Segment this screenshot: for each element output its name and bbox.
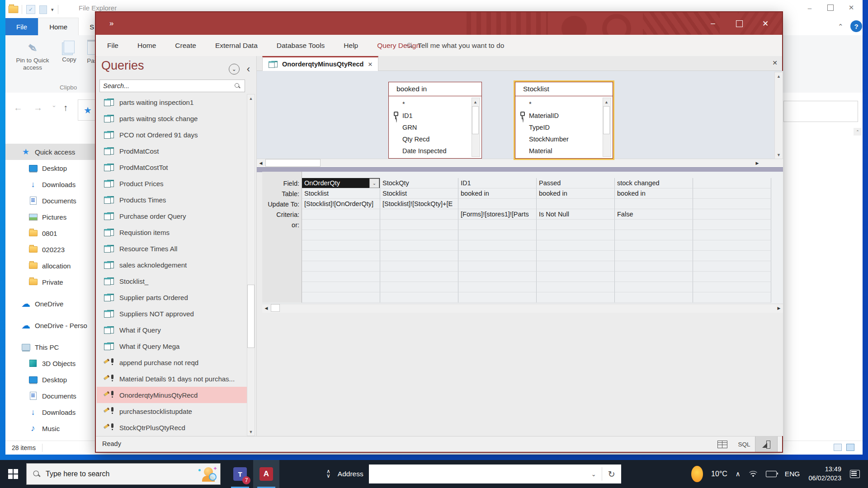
chevrons-more-icon[interactable]: »: [109, 19, 114, 28]
scroll-thumb[interactable]: [603, 106, 610, 134]
scroll-down-icon[interactable]: ▼: [247, 428, 255, 436]
query-list-item[interactable]: ProdMatCostTot: [97, 159, 247, 175]
file-list-area[interactable]: [783, 127, 863, 441]
sidebar-item-quick-access[interactable]: ★Quick access: [5, 144, 95, 160]
scroll-left-icon[interactable]: ◀: [262, 304, 270, 312]
grid-cell-field[interactable]: ID1: [458, 178, 537, 188]
grid-cell-update_to[interactable]: [615, 199, 693, 209]
back-button[interactable]: ←: [14, 103, 23, 113]
datasheet-view-button[interactable]: [712, 436, 733, 452]
field-row[interactable]: *: [389, 98, 481, 110]
grid-cell-table[interactable]: booked in: [458, 188, 537, 199]
grid-cell-or[interactable]: [302, 220, 380, 230]
grid-cell-blank[interactable]: [537, 251, 615, 261]
toolbar-chevrons[interactable]: ∧ ∨: [326, 469, 330, 478]
grid-cell-table[interactable]: [693, 188, 771, 199]
up-button[interactable]: ↑: [63, 103, 68, 113]
ribbon-tab-database-tools[interactable]: Database Tools: [267, 42, 335, 50]
ribbon-collapse-icon[interactable]: ⌃: [838, 23, 844, 31]
search-icon[interactable]: [235, 83, 240, 89]
sidebar-item-private[interactable]: Private: [5, 274, 95, 290]
field-row[interactable]: Qty Recd: [389, 133, 481, 145]
forward-button[interactable]: →: [33, 103, 42, 113]
grid-cell-criteria[interactable]: [Forms]![stores1]![Parts: [458, 209, 537, 220]
sidebar-item-allocation[interactable]: allocation: [5, 258, 95, 274]
grid-cell-criteria[interactable]: Is Not Null: [537, 209, 615, 220]
sidebar-item-desktop[interactable]: Desktop: [5, 371, 95, 388]
start-button[interactable]: [0, 460, 26, 488]
grid-cell-or[interactable]: [693, 220, 771, 230]
grid-cell-blank[interactable]: [458, 282, 537, 292]
grid-cell-blank[interactable]: [537, 261, 615, 272]
battery-icon[interactable]: [762, 460, 781, 488]
grid-cell-update_to[interactable]: [537, 199, 615, 209]
explorer-tab-home[interactable]: Home: [38, 18, 79, 35]
field-row[interactable]: GRN: [389, 122, 481, 133]
sidebar-item-this-pc[interactable]: This PC: [5, 339, 95, 355]
copy-button[interactable]: Copy: [58, 40, 80, 64]
explorer-close-button[interactable]: ✕: [841, 1, 862, 14]
wifi-icon[interactable]: [745, 460, 762, 488]
query-list-item[interactable]: PCO not Ordered 91 days: [97, 127, 247, 143]
scroll-thumb[interactable]: [247, 285, 255, 348]
grid-cell-blank[interactable]: [458, 292, 537, 303]
access-maximize-button[interactable]: [726, 12, 752, 35]
grid-cell-blank[interactable]: [615, 230, 693, 240]
language-indicator[interactable]: ENG: [781, 460, 804, 488]
address-dropdown-icon[interactable]: ⌄: [586, 471, 602, 478]
grid-cell-blank[interactable]: [615, 251, 693, 261]
field-row[interactable]: StockNumber: [515, 133, 613, 145]
query-design-grid[interactable]: Field:Table:Update To:Criteria:or: ◀ ▶ O…: [262, 172, 783, 313]
sidebar-item-020223[interactable]: 020223: [5, 241, 95, 258]
qat-dropdown-icon[interactable]: ▾: [51, 7, 54, 13]
grid-cell-blank[interactable]: [458, 230, 537, 240]
query-design-table-pane[interactable]: ◀ ▶ ▲ ▼ booked in*ID1GRNQty RecdDate Ins…: [257, 71, 783, 167]
field-row[interactable]: Material: [515, 145, 613, 157]
grid-cell-or[interactable]: [615, 220, 693, 230]
table-box-Stocklist[interactable]: Stocklist*MaterialIDTypeIDStockNumberMat…: [515, 82, 613, 159]
grid-cell-criteria[interactable]: [693, 209, 771, 220]
grid-cell-blank[interactable]: [693, 292, 771, 303]
grid-cell-blank[interactable]: [537, 282, 615, 292]
recent-locations-chevron-icon[interactable]: ⌄: [52, 102, 57, 108]
grid-cell-criteria[interactable]: [380, 209, 458, 220]
query-list-item[interactable]: append purchase not reqd: [97, 354, 247, 371]
view-thumbnail-icon[interactable]: [846, 444, 854, 451]
grid-cell-blank[interactable]: [380, 292, 458, 303]
ribbon-tab-file[interactable]: File: [98, 42, 128, 50]
query-list-item[interactable]: Resource Times All: [97, 240, 247, 257]
grid-cell-blank[interactable]: [458, 240, 537, 251]
grid-cell-blank[interactable]: [693, 261, 771, 272]
sidebar-item-music[interactable]: ♪Music: [5, 420, 95, 436]
scroll-thumb[interactable]: [271, 304, 280, 312]
grid-cell-blank[interactable]: [615, 292, 693, 303]
query-list-item[interactable]: purchasestocklistupdate: [97, 403, 247, 419]
grid-cell-blank[interactable]: [380, 272, 458, 282]
notification-center-icon[interactable]: [846, 460, 868, 488]
query-list-item[interactable]: OnorderqtyMinusQtyRecd: [97, 387, 247, 403]
sidebar-item-desktop[interactable]: Desktop: [5, 160, 95, 176]
table-box-booked-in[interactable]: booked in*ID1GRNQty RecdDate Inspected▲: [388, 82, 482, 159]
grid-cell-table[interactable]: Stocklist: [380, 188, 458, 199]
taskbar-access-icon[interactable]: A: [253, 460, 279, 488]
grid-cell-blank[interactable]: [380, 282, 458, 292]
table-scrollbar[interactable]: ▲: [603, 98, 611, 157]
field-row[interactable]: *: [515, 98, 613, 110]
query-list-item[interactable]: Material Details 91 days not purchas...: [97, 371, 247, 387]
field-row[interactable]: MaterialID: [515, 110, 613, 122]
table-pane-vscrollbar[interactable]: ▲ ▼: [774, 72, 783, 159]
field-row[interactable]: ID1: [389, 110, 481, 122]
ribbon-tab-external-data[interactable]: External Data: [206, 42, 267, 50]
grid-cell-blank[interactable]: [302, 282, 380, 292]
grid-cell-criteria[interactable]: [302, 209, 380, 220]
query-list-item[interactable]: parts waiting inspection1: [97, 94, 247, 110]
view-list-icon[interactable]: [834, 444, 842, 451]
grid-cell-blank[interactable]: [693, 251, 771, 261]
grid-cell-blank[interactable]: [380, 261, 458, 272]
sidebar-item-pictures[interactable]: Pictures: [5, 436, 95, 441]
table-scrollbar[interactable]: ▲: [472, 98, 480, 157]
grid-cell-blank[interactable]: [302, 240, 380, 251]
query-list-item[interactable]: parts waitng stock change: [97, 110, 247, 127]
sidebar-item-onedrive-perso[interactable]: ☁OneDrive - Perso: [5, 317, 95, 333]
grid-cell-blank[interactable]: [302, 261, 380, 272]
